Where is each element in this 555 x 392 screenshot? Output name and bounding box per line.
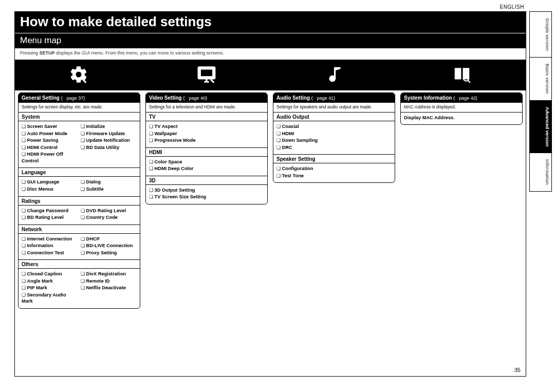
svg-rect-1 — [200, 69, 213, 77]
menu-item: Configuration — [276, 165, 392, 172]
menu-item: Remote ID — [81, 278, 137, 285]
general-box: General Setting (☞page 37) Settings for … — [18, 92, 140, 309]
section-tv: TV — [146, 113, 267, 121]
section-speaker: Speaker Setting — [273, 154, 395, 163]
page-subtitle: Menu map — [15, 33, 526, 48]
menu-item: Color Space — [149, 159, 264, 165]
section-hdmi: HDMI — [146, 147, 267, 157]
menu-item: Power Saving — [22, 137, 78, 144]
tab-advanced[interactable]: Advanced version — [529, 100, 552, 154]
menu-item: Down Sampling — [276, 137, 392, 144]
menu-item: Disc Menus — [22, 186, 78, 193]
menu-item: Subtitle — [81, 186, 137, 193]
menu-item: Proxy Setting — [81, 250, 137, 256]
menu-item: Closed Caption — [22, 271, 78, 277]
menu-item: HDMI Power Off Control — [22, 151, 78, 164]
menu-item: Test Tone — [276, 173, 392, 179]
menu-item: Dialog — [81, 179, 137, 185]
section-others: Others — [18, 259, 140, 269]
menu-item: Change Password — [22, 208, 78, 214]
book-search-icon — [398, 65, 526, 85]
menu-item: DRC — [276, 144, 392, 151]
display-mac-address: Display MAC Address. — [404, 115, 455, 120]
gear-icon — [15, 65, 143, 85]
page-number: 35 — [514, 367, 521, 373]
language-tag: ENGLISH — [500, 4, 524, 10]
menu-item: Wallpaper — [149, 130, 264, 137]
menu-item: HDMI Deep Color — [149, 165, 264, 172]
menu-item: TV Aspect — [149, 123, 264, 130]
side-tabs: Simple version Basic version Advanced ve… — [529, 11, 552, 191]
sysinfo-box: System Information (☞page 42) MAC Addres… — [400, 92, 523, 125]
tab-basic[interactable]: Basic version — [529, 57, 552, 101]
section-audio-output: Audio Output — [273, 113, 395, 121]
menu-item: BD Rating Level — [22, 214, 78, 221]
menu-item: Initialize — [81, 123, 137, 130]
menu-item: Screen Saver — [22, 123, 78, 130]
menu-item: Progressive Mode — [149, 137, 264, 144]
menu-item: Auto Power Mode — [22, 130, 78, 137]
section-3d: 3D — [146, 176, 267, 185]
music-note-icon — [270, 65, 398, 85]
menu-item: DHCP — [81, 236, 137, 242]
tab-simple[interactable]: Simple version — [529, 11, 552, 58]
menu-item: PIP Mark — [22, 285, 78, 291]
menu-item: Update Notification — [81, 137, 137, 144]
menu-item: HDMI — [276, 130, 392, 137]
section-system: System — [18, 113, 140, 121]
menu-item: Secondary Audio Mark — [22, 292, 78, 305]
video-box: Video Setting (☞page 40) Settings for a … — [145, 92, 268, 204]
page-title: How to make detailed settings — [15, 12, 526, 33]
menu-item: DivX Registration — [81, 271, 137, 277]
menu-item: GUI Language — [22, 179, 78, 185]
intro-text: Pressing SETUP displays the GUI menu. Fr… — [15, 48, 526, 58]
menu-item: Internet Connection — [22, 236, 78, 242]
section-language: Language — [18, 167, 140, 177]
menu-item: Information — [22, 242, 78, 249]
menu-item: Connection Test — [22, 250, 78, 256]
section-ratings: Ratings — [18, 196, 140, 206]
menu-item: Netflix Deactivate — [81, 285, 137, 291]
monitor-icon — [143, 65, 271, 85]
menu-item: HDMI Control — [22, 144, 78, 151]
menu-item: 3D Output Setting — [149, 187, 264, 194]
section-network: Network — [18, 225, 140, 234]
audio-box: Audio Setting (☞page 41) Settings for sp… — [273, 92, 395, 183]
menu-item: Firmware Update — [81, 130, 137, 137]
icon-strip — [15, 60, 526, 90]
menu-item: TV Screen Size Setting — [149, 194, 264, 200]
menu-item: BD-LIVE Connection — [81, 242, 137, 249]
menu-item: Coaxial — [276, 123, 392, 130]
menu-item: Angle Mark — [22, 278, 78, 285]
menu-item: BD Data Utility — [81, 144, 137, 151]
menu-item: Country Code — [81, 214, 137, 221]
page-frame: How to make detailed settings Menu map P… — [14, 11, 526, 377]
tab-information[interactable]: Information — [529, 153, 552, 192]
menu-item: DVD Rating Level — [81, 208, 137, 214]
